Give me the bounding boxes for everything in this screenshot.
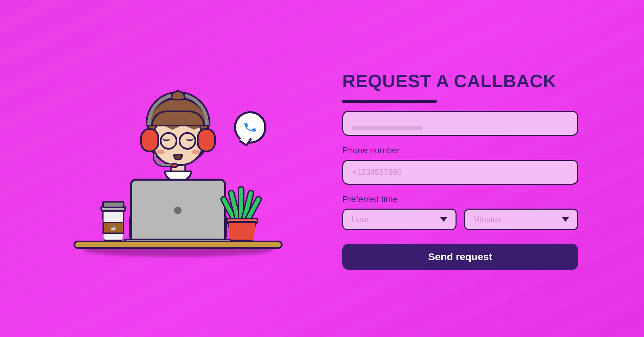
minutes-select[interactable]: Minutes (464, 209, 578, 230)
phone-input[interactable] (342, 160, 578, 185)
callback-illustration: ☕ (34, 74, 322, 263)
phone-icon (242, 119, 258, 135)
minutes-placeholder: Minutes (473, 215, 501, 224)
name-input[interactable] (342, 111, 578, 136)
form-title: REQUEST A CALLBACK (342, 70, 578, 91)
chevron-down-icon (562, 217, 569, 222)
time-label: Preferred time (342, 194, 578, 205)
coffee-cup-icon: ☕ (100, 201, 127, 241)
speech-bubble (234, 111, 266, 144)
send-request-button[interactable]: Send request (342, 244, 578, 270)
hour-placeholder: Hour (351, 215, 369, 224)
title-divider (342, 100, 437, 103)
desk (74, 241, 283, 249)
glasses-icon (160, 132, 196, 150)
headset-earcup (140, 128, 159, 152)
phone-label: Phone number (342, 145, 578, 156)
callback-form: REQUEST A CALLBACK Phone number Preferre… (342, 67, 578, 270)
agent-head (141, 94, 215, 175)
headset-earcup (197, 128, 216, 152)
plant-icon (222, 184, 262, 241)
laptop-icon (130, 179, 226, 242)
headset-mic (154, 154, 173, 166)
chevron-down-icon (440, 217, 447, 222)
hour-select[interactable]: Hour (342, 209, 457, 230)
